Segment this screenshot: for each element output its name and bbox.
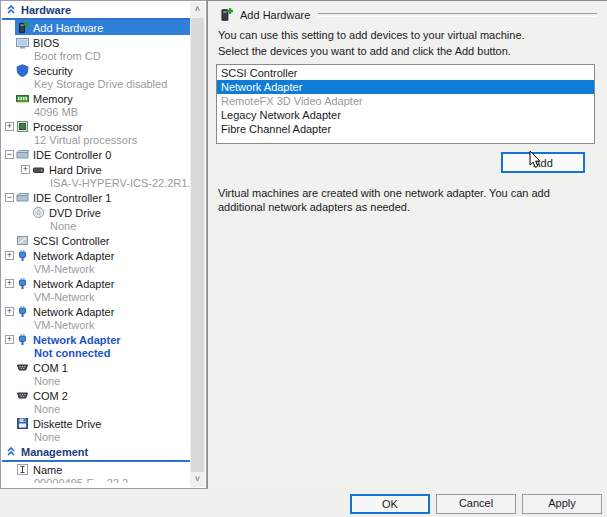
sidebar-item-subtext: 12 Virtual processors [2,134,190,147]
sidebar-item[interactable]: COM 1 [2,360,190,375]
processor-icon [16,120,29,133]
device-option[interactable]: SCSI Controller [217,66,594,80]
sidebar-item[interactable]: SCSI Controller [2,233,190,248]
sidebar-item[interactable]: +Network Adapter [2,248,190,263]
sidebar-item-label: Memory [33,93,73,105]
expand-icon[interactable]: + [5,279,14,288]
dialog-footer: OK Cancel Apply [0,490,607,517]
chevrons-up-icon [6,446,16,459]
expand-icon[interactable]: + [5,307,14,316]
sidebar-item-label: SCSI Controller [33,235,109,247]
sidebar-item-subtext: VM-Network [2,319,190,332]
collapse-icon[interactable]: − [5,150,14,159]
sidebar-item-label: Network Adapter [33,306,114,318]
sidebar-item[interactable]: DVD Drive [2,205,190,220]
sidebar-item[interactable]: COM 2 [2,388,190,403]
apply-button[interactable]: Apply [522,494,602,514]
sidebar-item-label: Security [33,65,73,77]
section-header-hardware[interactable]: Hardware [2,2,190,20]
ok-button[interactable]: OK [350,494,430,514]
scsi-controller-icon [16,234,29,247]
network-adapter-icon [16,277,29,290]
sidebar-item-subtext: VM-Network [2,263,190,276]
sidebar-item[interactable]: +Processor [2,119,190,134]
collapse-icon[interactable]: − [5,193,14,202]
bios-icon [16,36,29,49]
sidebar-item-subtext: 00000495-E...-22.2 [2,477,190,483]
chevrons-up-icon [6,4,16,17]
sidebar-scrollbar[interactable]: ˄ ˅ [190,2,205,487]
sidebar-item-label: IDE Controller 1 [33,192,111,204]
expand-icon[interactable]: + [5,122,14,131]
expand-icon[interactable]: + [5,251,14,260]
sidebar-item-label: DVD Drive [49,207,101,219]
panel-header: Add Hardware [208,1,607,22]
sidebar-item-subtext: None [2,375,190,388]
sidebar-item-subtext: 4096 MB [2,106,190,119]
memory-icon [16,92,29,105]
sidebar-item-subtext: VM-Network [2,291,190,304]
sidebar-item[interactable]: +Hard Drive [2,162,190,177]
sidebar-item[interactable]: Memory [2,91,190,106]
expand-icon[interactable]: + [5,335,14,344]
section-header-management[interactable]: Management [2,444,190,462]
scrollbar-thumb[interactable] [191,18,204,472]
sidebar-item-label: COM 2 [33,390,68,402]
sidebar-item-subtext: Boot from CD [2,50,190,63]
sidebar-item[interactable]: Name [2,462,190,477]
section-label: Management [21,446,88,458]
expander-slot: + [18,165,31,174]
device-option[interactable]: RemoteFX 3D Video Adapter [217,94,594,108]
sidebar-tree: HardwareAdd HardwareBIOSBoot from CDSecu… [2,2,190,487]
expander-slot: + [2,122,15,131]
device-option[interactable]: Fibre Channel Adapter [217,122,594,136]
device-listbox[interactable]: SCSI ControllerNetwork AdapterRemoteFX 3… [216,64,595,144]
sidebar-item-label: IDE Controller 0 [33,149,111,161]
add-hardware-icon [218,7,233,22]
expand-icon[interactable]: + [21,165,30,174]
sidebar-item-subtext: Key Storage Drive disabled [2,78,190,91]
sidebar-item-label: Network Adapter [33,278,114,290]
network-adapter-icon [16,305,29,318]
sidebar-item[interactable]: +Network Adapter [2,304,190,319]
sidebar-item[interactable]: Add Hardware [2,20,190,35]
network-adapter-icon [16,249,29,262]
network-adapter-icon [16,333,29,346]
scroll-down-icon[interactable]: ˅ [190,472,205,487]
sidebar-item-label: Hard Drive [49,164,102,176]
sidebar-item-subtext: None [2,431,190,444]
sidebar-item[interactable]: −IDE Controller 0 [2,147,190,162]
sidebar-item-label: Name [33,464,62,476]
panel-title: Add Hardware [240,9,310,21]
expander-slot: + [2,279,15,288]
scroll-up-icon[interactable]: ˄ [190,2,205,17]
device-option[interactable]: Legacy Network Adapter [217,108,594,122]
sidebar-item-label: COM 1 [33,362,68,374]
sidebar-item-label: Add Hardware [33,22,103,34]
panel-intro-2: Select the devices you want to add and c… [208,45,607,57]
add-button[interactable]: Add [501,152,585,173]
expander-slot: + [2,251,15,260]
sidebar-item[interactable]: Security [2,63,190,78]
diskette-drive-icon [16,417,29,430]
sidebar-item[interactable]: +Network Adapter [2,332,190,347]
sidebar-item[interactable]: Diskette Drive [2,416,190,431]
expander-slot: + [2,335,15,344]
add-hardware-icon [16,21,29,34]
ide-controller-icon [16,148,29,161]
cancel-button[interactable]: Cancel [436,494,516,514]
expander-slot: − [2,150,15,159]
sidebar-item-label: Network Adapter [33,250,114,262]
device-option[interactable]: Network Adapter [217,80,594,94]
add-hardware-panel: Add Hardware You can use this setting to… [207,0,607,489]
sidebar-item-label: Network Adapter [33,334,121,346]
com-port-icon [16,389,29,402]
hardware-tree-panel: HardwareAdd HardwareBIOSBoot from CDSecu… [0,0,207,489]
sidebar-item[interactable]: +Network Adapter [2,276,190,291]
header-rule [318,13,597,17]
sidebar-item[interactable]: −IDE Controller 1 [2,190,190,205]
sidebar-item[interactable]: BIOS [2,35,190,50]
adapter-note: Virtual machines are created with one ne… [208,186,607,214]
dvd-drive-icon [32,206,45,219]
sidebar-item-subtext: ISA-V-HYPERV-ICS-22.2R1... [2,177,190,190]
